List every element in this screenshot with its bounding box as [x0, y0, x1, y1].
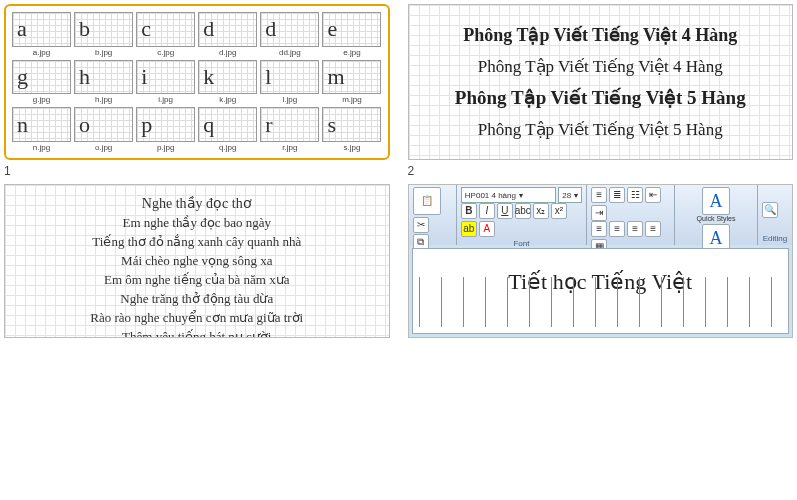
quick-styles-label: Quick Styles [697, 215, 736, 222]
ribbon-group-clipboard: 📋 ✂ ⧉ Paste Clipboard [409, 185, 457, 245]
letter-caption: k.jpg [219, 95, 236, 104]
letter-glyph: p [136, 107, 195, 142]
letter-cell: dd.jpg [198, 12, 257, 57]
letter-caption: i.jpg [158, 95, 173, 104]
letter-caption: b.jpg [95, 48, 112, 57]
poem-title: Nghe thầy đọc thơ [142, 195, 252, 212]
font-size-combo[interactable]: 28▾ [558, 187, 582, 203]
word-window: 📋 ✂ ⧉ Paste Clipboard HP001 4 hàng▾ 2 [409, 185, 793, 337]
font-name-combo[interactable]: HP001 4 hàng▾ [461, 187, 556, 203]
strike-icon[interactable]: abc [515, 203, 531, 219]
letter-glyph: n [12, 107, 71, 142]
letter-cell: rr.jpg [260, 107, 319, 152]
letter-glyph: s [322, 107, 381, 142]
letter-caption: s.jpg [343, 143, 360, 152]
letter-cell: qq.jpg [198, 107, 257, 152]
sup-icon[interactable]: x² [551, 203, 567, 219]
letter-caption: e.jpg [343, 48, 360, 57]
letter-cell: hh.jpg [74, 60, 133, 105]
thumbnail-4[interactable]: 📋 ✂ ⧉ Paste Clipboard HP001 4 hàng▾ 2 [408, 184, 794, 338]
letter-cell: oo.jpg [74, 107, 133, 152]
bold-icon[interactable]: B [461, 203, 477, 219]
letter-caption: r.jpg [282, 143, 297, 152]
ribbon-group-styles: A Quick Styles A Change Styles Styles [675, 185, 758, 245]
letter-cell: ll.jpg [260, 60, 319, 105]
align-center-icon[interactable]: ≡ [609, 221, 625, 237]
letter-caption: g.jpg [33, 95, 50, 104]
writing-grid [419, 277, 783, 327]
poem-line: Thêm yêu tiếng hát nụ cười [122, 329, 271, 338]
letter-grid: aa.jpgbb.jpgcc.jpgdd.jpgddd.jpgee.jpggg.… [12, 12, 382, 152]
numbering-icon[interactable]: ≣ [609, 187, 625, 203]
letter-cell: pp.jpg [136, 107, 195, 152]
font-color-icon[interactable]: A [479, 221, 495, 237]
letter-caption: h.jpg [95, 95, 112, 104]
sample-line: Phông Tập Viết Tiếng Việt 5 Hàng [478, 119, 723, 140]
item-label-2: 2 [408, 164, 794, 178]
item-label-1: 1 [4, 164, 390, 178]
letter-caption: a.jpg [33, 48, 50, 57]
thumbnail-2[interactable]: Phông Tập Viết Tiếng Việt 4 Hàng Phông T… [408, 4, 794, 160]
cut-icon[interactable]: ✂ [413, 217, 429, 233]
thumbnail-3[interactable]: Nghe thầy đọc thơ Em nghe thầy đọc bao n… [4, 184, 390, 338]
letter-caption: d.jpg [219, 48, 236, 57]
poem-line: Mái chèo nghe vọng sông xa [121, 253, 272, 269]
italic-icon[interactable]: I [479, 203, 495, 219]
paste-icon[interactable]: 📋 [413, 187, 441, 215]
letter-glyph: b [74, 12, 133, 47]
gallery-item-3[interactable]: Nghe thầy đọc thơ Em nghe thầy đọc bao n… [4, 184, 390, 338]
poem-line: Em nghe thầy đọc bao ngày [123, 215, 272, 231]
letter-glyph: m [322, 60, 381, 95]
document-canvas: Tiết học Tiếng Việt [412, 248, 790, 334]
letter-caption: l.jpg [283, 95, 298, 104]
gallery-item-2[interactable]: Phông Tập Viết Tiếng Việt 4 Hàng Phông T… [408, 4, 794, 178]
ribbon-group-editing: 🔍 Editing [758, 185, 792, 245]
bullets-icon[interactable]: ≡ [591, 187, 607, 203]
letter-cell: cc.jpg [136, 12, 195, 57]
letter-cell: ddd.jpg [260, 12, 319, 57]
poem-line: Rào rào nghe chuyển cơn mưa giữa trời [90, 310, 303, 326]
letter-glyph: a [12, 12, 71, 47]
underline-icon[interactable]: U [497, 203, 513, 219]
letter-glyph: i [136, 60, 195, 95]
letter-glyph: k [198, 60, 257, 95]
letter-glyph: d [198, 12, 257, 47]
letter-cell: ee.jpg [322, 12, 381, 57]
letter-glyph: l [260, 60, 319, 95]
letter-caption: q.jpg [219, 143, 236, 152]
letter-cell: mm.jpg [322, 60, 381, 105]
letter-cell: aa.jpg [12, 12, 71, 57]
letter-caption: n.jpg [33, 143, 50, 152]
indent-left-icon[interactable]: ⇤ [645, 187, 661, 203]
letter-cell: ii.jpg [136, 60, 195, 105]
letter-caption: m.jpg [342, 95, 362, 104]
ribbon-group-paragraph: ≡ ≣ ☷ ⇤ ⇥ ≡ ≡ ≡ ≡ ▦ Par [587, 185, 675, 245]
justify-icon[interactable]: ≡ [645, 221, 661, 237]
letter-glyph: h [74, 60, 133, 95]
quick-styles-icon[interactable]: A [702, 187, 730, 215]
font-sample-lines: Phông Tập Viết Tiếng Việt 4 Hàng Phông T… [419, 19, 783, 145]
letter-glyph: d [260, 12, 319, 47]
thumbnail-1[interactable]: aa.jpgbb.jpgcc.jpgdd.jpgddd.jpgee.jpggg.… [4, 4, 390, 160]
poem-line: Em ôm nghe tiếng của bà năm xưa [104, 272, 289, 288]
letter-glyph: r [260, 107, 319, 142]
letter-caption: o.jpg [95, 143, 112, 152]
letter-cell: kk.jpg [198, 60, 257, 105]
letter-cell: ss.jpg [322, 107, 381, 152]
letter-glyph: e [322, 12, 381, 47]
ribbon-group-font: HP001 4 hàng▾ 28▾ B I U abc x₂ x² ab A [457, 185, 587, 245]
letter-caption: c.jpg [157, 48, 174, 57]
letter-cell: gg.jpg [12, 60, 71, 105]
ribbon: 📋 ✂ ⧉ Paste Clipboard HP001 4 hàng▾ 2 [409, 185, 793, 245]
multilevel-icon[interactable]: ☷ [627, 187, 643, 203]
align-right-icon[interactable]: ≡ [627, 221, 643, 237]
gallery-item-4[interactable]: 📋 ✂ ⧉ Paste Clipboard HP001 4 hàng▾ 2 [408, 184, 794, 338]
find-icon[interactable]: 🔍 [762, 202, 778, 218]
align-left-icon[interactable]: ≡ [591, 221, 607, 237]
sub-icon[interactable]: x₂ [533, 203, 549, 219]
indent-right-icon[interactable]: ⇥ [591, 205, 607, 221]
gallery-item-1[interactable]: aa.jpgbb.jpgcc.jpgdd.jpgddd.jpgee.jpggg.… [4, 4, 390, 178]
highlight-icon[interactable]: ab [461, 221, 477, 237]
letter-cell: nn.jpg [12, 107, 71, 152]
sample-line: Phông Tập Viết Tiếng Việt 5 Hàng [455, 86, 746, 109]
